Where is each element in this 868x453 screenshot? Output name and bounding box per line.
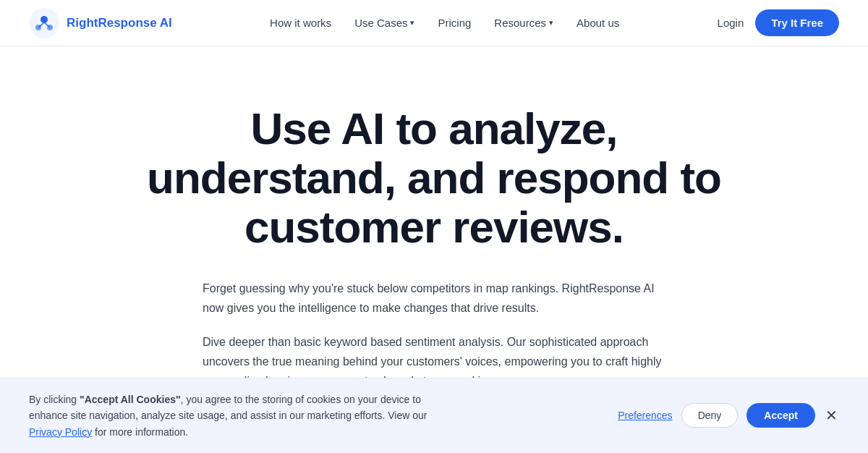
nav-pricing[interactable]: Pricing	[438, 17, 471, 29]
nav-links: How it works Use Cases ▾ Pricing Resourc…	[270, 17, 619, 29]
login-button[interactable]: Login	[718, 17, 744, 29]
hero-paragraph-1: Forget guessing why you're stuck below c…	[203, 279, 665, 318]
accept-button[interactable]: Accept	[746, 403, 815, 428]
cookie-actions: Preferences Deny Accept ✕	[618, 403, 839, 428]
close-cookie-button[interactable]: ✕	[824, 407, 839, 424]
try-free-button[interactable]: Try It Free	[755, 9, 839, 36]
hero-title: Use AI to analyze, understand, and respo…	[137, 104, 731, 253]
logo[interactable]: RightResponse AI	[29, 8, 172, 38]
deny-button[interactable]: Deny	[681, 403, 739, 428]
cookie-text: By clicking "Accept All Cookies", you ag…	[29, 391, 434, 440]
logo-text: RightResponse AI	[67, 16, 172, 30]
cookie-banner: By clicking "Accept All Cookies", you ag…	[0, 378, 868, 453]
svg-point-1	[41, 16, 48, 23]
navbar: RightResponse AI How it works Use Cases …	[0, 0, 868, 46]
chevron-down-icon: ▾	[549, 18, 553, 27]
nav-resources[interactable]: Resources ▾	[494, 17, 553, 29]
nav-about-us[interactable]: About us	[576, 17, 619, 29]
nav-use-cases[interactable]: Use Cases ▾	[354, 17, 414, 29]
preferences-button[interactable]: Preferences	[618, 410, 672, 421]
logo-icon	[29, 8, 59, 38]
nav-how-it-works[interactable]: How it works	[270, 17, 331, 29]
nav-actions: Login Try It Free	[718, 9, 839, 36]
chevron-down-icon: ▾	[410, 18, 414, 27]
privacy-policy-link[interactable]: Privacy Policy	[29, 426, 92, 438]
